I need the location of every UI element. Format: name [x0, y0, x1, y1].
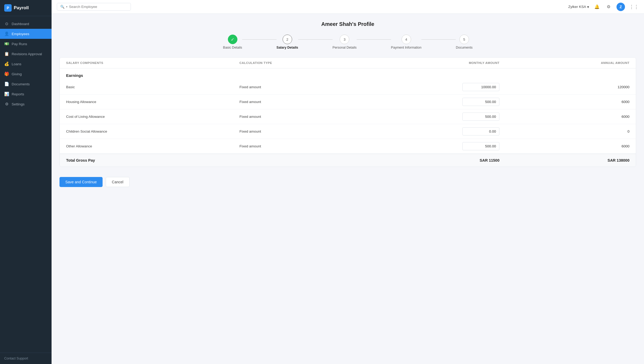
- contact-support[interactable]: Contact Support: [0, 353, 52, 364]
- org-selector[interactable]: Zylker KSA ▾: [568, 5, 589, 9]
- org-name: Zylker KSA: [568, 5, 586, 9]
- calc-type-basic: Fixed amount: [240, 85, 370, 89]
- table-row: Housing Allowance Fixed amount 6000: [60, 95, 636, 109]
- component-other: Other Allowance: [66, 144, 240, 148]
- table-row: Cost of Living Allowance Fixed amount 60…: [60, 109, 636, 124]
- earnings-heading: Earnings: [60, 68, 636, 80]
- component-housing: Housing Allowance: [66, 100, 240, 104]
- step-4: 4 Payment Information: [391, 35, 421, 49]
- step-2: 2 Salary Details: [277, 35, 298, 49]
- sidebar-item-reports[interactable]: 📊 Reports: [0, 89, 52, 99]
- footer-buttons: Save and Continue Cancel: [59, 174, 636, 190]
- sidebar-item-settings[interactable]: ⚙ Settings: [0, 99, 52, 109]
- step-1-label: Basic Details: [223, 46, 242, 49]
- save-continue-button[interactable]: Save and Continue: [59, 177, 103, 187]
- app-name: Payroll: [14, 5, 29, 11]
- total-annual: SAR 138000: [499, 158, 629, 162]
- annual-other: 6000: [499, 144, 629, 148]
- sidebar-item-label: Documents: [12, 82, 30, 86]
- monthly-basic-input[interactable]: [462, 83, 499, 91]
- notification-icon[interactable]: 🔔: [593, 3, 601, 11]
- table-row: Other Allowance Fixed amount 6000: [60, 139, 636, 154]
- search-input[interactable]: [69, 5, 127, 9]
- step-4-circle: 4: [402, 35, 411, 44]
- monthly-csa-input[interactable]: [462, 127, 499, 136]
- search-box[interactable]: 🔍 ▾: [57, 3, 131, 11]
- sidebar-item-label: Giving: [12, 72, 22, 76]
- sidebar-item-label: Revisions Approval: [12, 52, 42, 56]
- header-calc-type: CALCULATION TYPE: [240, 61, 370, 64]
- sidebar-item-loans[interactable]: 💰 Loans: [0, 59, 52, 69]
- step-1-circle: ✓: [228, 35, 237, 44]
- sidebar: P Payroll ⊙ Dashboard 👤 Employees 💵 Pay …: [0, 0, 52, 364]
- salary-table: SALARY COMPONENTS CALCULATION TYPE MONTH…: [59, 57, 636, 167]
- main-area: 🔍 ▾ Zylker KSA ▾ 🔔 ⚙ Z ⋮⋮ Ameer Shah's P…: [52, 0, 644, 364]
- revisions-icon: 📋: [4, 52, 9, 56]
- step-5: 5 Documents: [456, 35, 472, 49]
- avatar[interactable]: Z: [617, 3, 625, 11]
- table-header: SALARY COMPONENTS CALCULATION TYPE MONTH…: [60, 58, 636, 68]
- dashboard-icon: ⊙: [4, 21, 9, 26]
- header-monthly: MONTHLY AMOUNT: [369, 61, 499, 64]
- sidebar-item-employees[interactable]: 👤 Employees: [0, 29, 52, 39]
- step-2-circle: 2: [283, 35, 292, 44]
- component-col: Cost of Living Allowance: [66, 115, 240, 119]
- calc-type-col: Fixed amount: [240, 115, 370, 119]
- sidebar-item-label: Loans: [12, 62, 21, 66]
- component-csa: Children Social Allowance: [66, 129, 240, 133]
- annual-basic: 120000: [499, 85, 629, 89]
- sidebar-item-documents[interactable]: 📄 Documents: [0, 79, 52, 89]
- table-row: Basic Fixed amount 120000: [60, 80, 636, 95]
- content-area: Ameer Shah's Profile ✓ Basic Details 2 S…: [52, 14, 644, 364]
- sidebar-item-dashboard[interactable]: ⊙ Dashboard: [0, 19, 52, 29]
- grid-apps-icon[interactable]: ⋮⋮: [629, 4, 639, 10]
- cancel-button[interactable]: Cancel: [106, 177, 130, 187]
- page-title: Ameer Shah's Profile: [59, 21, 636, 27]
- giving-icon: 🎁: [4, 72, 9, 76]
- sidebar-item-giving[interactable]: 🎁 Giving: [0, 69, 52, 79]
- step-4-label: Payment Information: [391, 46, 421, 49]
- calc-type-housing: Fixed amount: [240, 100, 370, 104]
- step-line-2: [298, 39, 333, 40]
- step-2-label: Salary Details: [277, 46, 298, 49]
- employees-icon: 👤: [4, 31, 9, 36]
- component-basic: Basic: [66, 85, 240, 89]
- header-components: SALARY COMPONENTS: [66, 61, 240, 64]
- monthly-other-input[interactable]: [462, 142, 499, 150]
- annual-col: 6000: [499, 115, 629, 119]
- documents-icon: 📄: [4, 82, 9, 86]
- logo-icon: P: [4, 4, 12, 12]
- step-line-4: [421, 39, 456, 40]
- monthly-col-input[interactable]: [462, 113, 499, 121]
- reports-icon: 📊: [4, 92, 9, 96]
- org-chevron-icon: ▾: [587, 5, 589, 9]
- sidebar-nav: ⊙ Dashboard 👤 Employees 💵 Pay Runs 📋 Rev…: [0, 16, 52, 353]
- calc-type-other: Fixed amount: [240, 144, 370, 148]
- calc-type-csa: Fixed amount: [240, 129, 370, 133]
- sidebar-item-label: Dashboard: [12, 22, 29, 26]
- step-1: ✓ Basic Details: [223, 35, 242, 49]
- app-logo: P Payroll: [0, 0, 52, 16]
- sidebar-item-revisions-approval[interactable]: 📋 Revisions Approval: [0, 49, 52, 59]
- loans-icon: 💰: [4, 62, 9, 66]
- sidebar-item-pay-runs[interactable]: 💵 Pay Runs: [0, 39, 52, 49]
- step-line-3: [357, 39, 391, 40]
- sidebar-item-label: Settings: [12, 102, 25, 106]
- topbar-right: Zylker KSA ▾ 🔔 ⚙ Z ⋮⋮: [568, 3, 639, 11]
- annual-housing: 6000: [499, 100, 629, 104]
- step-5-circle: 5: [459, 35, 469, 44]
- table-row: Children Social Allowance Fixed amount 0: [60, 124, 636, 139]
- settings-icon: ⚙: [4, 102, 9, 106]
- total-label: Total Gross Pay: [66, 158, 240, 162]
- sidebar-item-label: Reports: [12, 92, 24, 96]
- step-3-circle: 3: [340, 35, 349, 44]
- stepper: ✓ Basic Details 2 Salary Details 3 Perso…: [59, 35, 636, 49]
- settings-gear-icon[interactable]: ⚙: [605, 3, 612, 11]
- total-row: Total Gross Pay SAR 11500 SAR 138000: [60, 154, 636, 167]
- step-3-label: Personal Details: [333, 46, 357, 49]
- step-line-1: [242, 39, 277, 40]
- monthly-housing-input[interactable]: [462, 98, 499, 106]
- sidebar-item-label: Employees: [12, 32, 29, 36]
- annual-csa: 0: [499, 129, 629, 133]
- step-5-label: Documents: [456, 46, 472, 49]
